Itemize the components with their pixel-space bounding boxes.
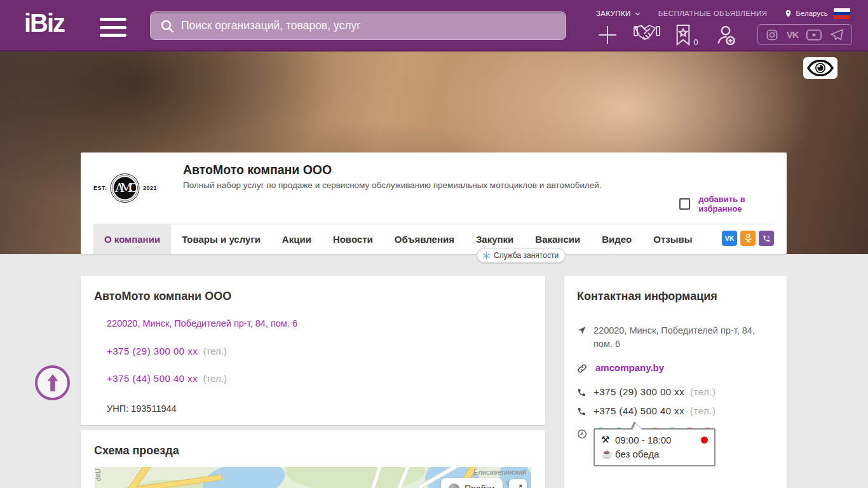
clock-icon [577, 429, 587, 439]
contact-phone[interactable]: +375 (29) 300 00 xx (тел.) [593, 386, 715, 397]
page: iBiz ЗАКУПКИ БЕСПЛАТНЫЕ ОБЪЯВЛЕНИЯ Белар… [0, 0, 868, 488]
working-hours-tooltip: ⚒ 09:00 - 18:00 ☕ без обеда [593, 428, 715, 466]
geo-selector[interactable]: Беларусь [784, 9, 827, 18]
company-unp: УНП: 193511944 [107, 403, 297, 414]
coffee-icon: ☕ [601, 448, 615, 459]
company-description: Полный набор услуг по продаже и сервисно… [183, 180, 628, 190]
map-expand-button[interactable] [509, 479, 527, 488]
about-section: АвтоМото компани ООО 220020, Минск, Побе… [81, 276, 545, 425]
company-vk-icon[interactable]: VK [722, 231, 737, 246]
views-eye-icon [803, 57, 837, 79]
add-plus-icon[interactable] [591, 23, 624, 47]
zakupki-menu[interactable]: ЗАКУПКИ [596, 10, 641, 17]
language-flag-ru[interactable] [834, 8, 850, 19]
site-logo[interactable]: iBiz [24, 9, 64, 37]
header-action-icons: 0 [591, 23, 749, 47]
youtube-icon[interactable] [806, 29, 822, 41]
company-card: EST. AMC 2021 АвтоМото компани ООО Полны… [81, 152, 787, 254]
company-viber-icon[interactable] [759, 231, 774, 246]
free-ads-link[interactable]: БЕСПЛАТНЫЕ ОБЪЯВЛЕНИЯ [658, 10, 768, 17]
favorite-label: добавить в избранное [698, 194, 787, 214]
hamburger-menu-icon[interactable] [100, 18, 126, 37]
header-top-nav: ЗАКУПКИ БЕСПЛАТНЫЕ ОБЪЯВЛЕНИЯ Беларусь [596, 8, 863, 18]
expand-icon [513, 484, 523, 488]
tab-ads[interactable]: Объявления [384, 224, 465, 254]
svg-text:AMC: AMC [114, 181, 138, 194]
search-icon [159, 18, 175, 34]
about-address-link[interactable]: 220020, Минск, Победителей пр-т, 84, пом… [107, 318, 297, 329]
company-logo: EST. AMC 2021 [93, 156, 157, 220]
user-register-icon[interactable] [709, 23, 742, 47]
vk-icon[interactable]: VK [787, 29, 799, 40]
company-name: АвтоМото компани ООО [183, 163, 332, 177]
handshake-icon[interactable] [630, 23, 663, 47]
phone-icon [577, 407, 587, 416]
traffic-icon [449, 484, 459, 488]
chevron-down-icon [634, 10, 641, 17]
map-title: Схема проезда [94, 444, 179, 458]
about-phone-row: +375 (29) 300 00 xx (тел.) [107, 346, 297, 356]
add-favorite-control[interactable]: добавить в избранное [679, 194, 787, 214]
tab-reviews[interactable]: Отзывы [642, 224, 703, 254]
contact-address-row: 220020, Минск, Победителей пр-т, 84, пом… [577, 324, 774, 351]
contact-phone-row: +375 (44) 500 40 xx (тел.) [577, 405, 774, 416]
employment-service-tooltip: Служба занятости [477, 248, 566, 263]
map-street-left-label: Пар [95, 468, 104, 482]
company-tabs: О компании Товары и услуги Акции Новости… [93, 224, 774, 254]
header-social-links: VK [757, 24, 852, 45]
company-ok-icon[interactable] [740, 231, 756, 246]
instagram-icon[interactable] [766, 29, 778, 41]
map-section: Схема проезда Елисаветинский ст Пар Проб… [81, 430, 545, 488]
contact-phone-row: +375 (29) 300 00 xx (тел.) [577, 386, 774, 397]
phone-link[interactable]: +375 (44) 500 40 xx [107, 373, 198, 384]
about-title: АвтоМото компани ООО [94, 290, 231, 303]
phone-link[interactable]: +375 (29) 300 00 xx [107, 346, 198, 356]
contact-website-row: amcompany.by [577, 362, 774, 374]
navigation-arrow-icon [577, 325, 587, 335]
lunch-info: без обеда [615, 449, 659, 459]
main-header: iBiz ЗАКУПКИ БЕСПЛАТНЫЕ ОБЪЯВЛЕНИЯ Белар… [0, 0, 868, 51]
favorite-checkbox[interactable] [679, 198, 690, 210]
search-bar [150, 11, 566, 40]
employment-service-icon [482, 252, 491, 260]
bookmarks-count: 0 [693, 37, 698, 47]
status-dot [701, 437, 708, 444]
website-link[interactable]: amcompany.by [595, 362, 664, 373]
about-phone-row: +375 (44) 500 40 xx (тел.) [107, 373, 297, 384]
contact-info-section: Контактная информация 220020, Минск, Поб… [564, 276, 787, 488]
scroll-top-button[interactable] [35, 365, 70, 400]
phone-icon [577, 388, 587, 397]
location-pin-icon [784, 9, 792, 18]
tab-about[interactable]: О компании [93, 224, 171, 254]
tab-products[interactable]: Товары и услуги [171, 224, 271, 254]
link-icon [577, 363, 587, 374]
bookmarks-icon[interactable]: 0 [670, 23, 703, 47]
working-hours: 09:00 - 18:00 [615, 435, 701, 445]
map-canvas[interactable]: Елисаветинский ст Пар Пробки [95, 467, 531, 488]
arrow-up-icon [44, 374, 61, 393]
tab-promos[interactable]: Акции [271, 224, 322, 254]
tab-news[interactable]: Новости [322, 224, 384, 254]
tab-video[interactable]: Видео [591, 224, 642, 254]
search-input[interactable] [181, 19, 557, 32]
map-district-label: Елисаветинский [473, 468, 526, 476]
traffic-button[interactable]: Пробки [441, 478, 503, 488]
contact-phone[interactable]: +375 (44) 500 40 xx (тел.) [593, 405, 715, 416]
company-social-links: VK [719, 231, 774, 246]
tools-icon: ⚒ [601, 434, 615, 445]
telegram-icon[interactable] [830, 29, 844, 41]
contact-title: Контактная информация [577, 290, 717, 303]
